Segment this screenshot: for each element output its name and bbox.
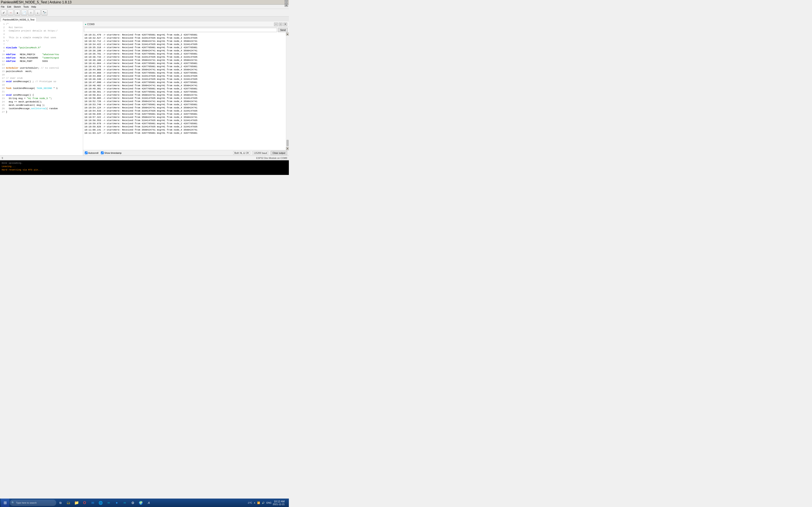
- scroll-down-arrow[interactable]: ▼: [286, 147, 289, 150]
- cursor-position: 9: [2, 157, 3, 159]
- serial-monitor-button[interactable]: 🔭: [42, 10, 47, 16]
- code-line: 3 Complete project details at https:/: [0, 29, 83, 33]
- serial-close-button[interactable]: ✕: [283, 22, 287, 26]
- serial-output-line: 10:10:46.340 -> startHere: Received from…: [84, 78, 285, 81]
- title-bar: PainlessMESH_NODE_5_Test | Arduino 1.8.1…: [0, 0, 289, 5]
- serial-bottom-bar: Autoscroll Show timestamp Both NL & CR 1…: [83, 150, 289, 156]
- menu-bar: File Edit Sketch Tools Help: [0, 5, 289, 9]
- menu-edit[interactable]: Edit: [7, 5, 11, 8]
- serial-output-line: 10:10:52.726 -> startHere: Received from…: [84, 100, 285, 103]
- serial-output-line: 10:10:59.678 -> startHere: Received from…: [84, 122, 285, 125]
- serial-output-line: 10:10:54.533 -> startHere: Received from…: [84, 109, 285, 113]
- serial-minimize-button[interactable]: ─: [274, 22, 278, 26]
- serial-output-line: 10:10:59.826 -> startHere: Received from…: [84, 125, 285, 128]
- serial-output-line: 10:10:43.276 -> startHere: Received from…: [84, 65, 285, 68]
- code-line: 10 #define MESH_PREFIX "whateverYou: [0, 53, 83, 56]
- file-tab[interactable]: PainlessMESH_NODE_5_Test: [1, 17, 36, 21]
- title-controls: ─ □ ✕: [285, 0, 288, 7]
- show-timestamp-checkbox[interactable]: [101, 152, 104, 154]
- maximize-button[interactable]: □: [285, 1, 288, 4]
- close-button[interactable]: ✕: [285, 4, 288, 7]
- serial-output-line: 10:10:48.482 -> startHere: Received from…: [84, 84, 285, 87]
- serial-output-line: 10:11:00.141 -> startHere: Received from…: [84, 128, 285, 131]
- serial-title-bar: ● COM9 ─ □ ✕: [83, 21, 289, 27]
- serial-title-controls: ─ □ ✕: [274, 22, 287, 26]
- clear-output-button[interactable]: Clear output: [271, 151, 287, 155]
- editor-panel: 1 /* 2 Rui Santos 3 Complete project det…: [0, 21, 83, 156]
- scroll-thumb[interactable]: [287, 140, 289, 146]
- new-button[interactable]: 📄: [21, 10, 27, 16]
- code-line: 1 /*: [0, 22, 83, 26]
- bottom-status-bar: 9 ESP32 Dev Module on COM9: [0, 156, 289, 160]
- serial-output-line: 10:10:31.479 -> startHere: Received from…: [84, 34, 285, 37]
- serial-output-line: 10:10:56.045 -> startHere: Received from…: [84, 113, 285, 116]
- title-text: PainlessMESH_NODE_5_Test | Arduino 1.8.1…: [1, 0, 71, 4]
- line-ending-display: Both NL & CR: [233, 151, 250, 155]
- serial-output-wrapper: 10:10:31.479 -> startHere: Received from…: [83, 33, 289, 150]
- code-area[interactable]: 1 /* 2 Rui Santos 3 Complete project det…: [0, 21, 83, 156]
- serial-output-line: 10:10:49.391 -> startHere: Received from…: [84, 87, 285, 91]
- scroll-up-arrow[interactable]: ▲: [286, 33, 289, 36]
- code-line: 17 // User stub: [0, 76, 83, 80]
- serial-output-line: 10:10:41.064 -> startHere: Received from…: [84, 62, 285, 65]
- console-line-3: Leaving...: [2, 165, 287, 168]
- arduino-ide: PainlessMESH_NODE_5_Test | Arduino 1.8.1…: [0, 0, 289, 175]
- code-line: 16: [0, 73, 83, 76]
- code-line: 24 msg += mesh.getNodeId();: [0, 100, 83, 104]
- toolbar: ✓ → ⬧ 📄 ↑ ↓ 🔭: [0, 9, 289, 16]
- debug-button[interactable]: ⬧: [14, 10, 20, 16]
- code-line: 12 #define MESH_PORT 5555: [0, 60, 83, 63]
- serial-output-line: 10:10:53.749 -> startHere: Received from…: [84, 103, 285, 106]
- serial-output-line: 10:10:44.868 -> startHere: Received from…: [84, 68, 285, 71]
- menu-file[interactable]: File: [1, 5, 5, 8]
- serial-output-line: 10:10:32.712 -> startHere: Received from…: [84, 40, 285, 43]
- tab-bar: PainlessMESH_NODE_5_Test: [0, 16, 289, 21]
- board-info: ESP32 Dev Module on COM9: [256, 157, 287, 159]
- code-line: 19: [0, 83, 83, 87]
- autoscroll-label: Autoscroll: [85, 152, 98, 154]
- serial-output-line: 10:10:34.422 -> startHere: Received from…: [84, 43, 285, 46]
- menu-help[interactable]: Help: [31, 5, 36, 8]
- serial-send-button[interactable]: Send: [278, 28, 288, 32]
- serial-output-line: 10:10:35.318 -> startHere: Received from…: [84, 46, 285, 49]
- code-line: 8 #include "painlessMesh.h": [0, 46, 83, 49]
- serial-scrollbar[interactable]: ▲ ▼: [286, 33, 289, 150]
- code-line: 14 Scheduler userScheduler; // to contro…: [0, 66, 83, 70]
- code-line: 27 }: [0, 110, 83, 114]
- open-button[interactable]: ↑: [28, 10, 34, 16]
- serial-output-line: 10:10:50.905 -> startHere: Received from…: [84, 97, 285, 100]
- code-line: 15 painlessMesh mesh;: [0, 70, 83, 73]
- serial-send-input[interactable]: [84, 28, 277, 32]
- serial-output-line: 10:10:50.561 -> startHere: Received from…: [84, 91, 285, 94]
- serial-maximize-button[interactable]: □: [279, 22, 283, 26]
- code-line: 2 Rui Santos: [0, 26, 83, 29]
- serial-output-line: 10:10:54.124 -> startHere: Received from…: [84, 106, 285, 109]
- code-line: 23 String msg = "Hi from node_5 ";: [0, 97, 83, 100]
- serial-output-line: 10:11:03.127 -> startHere: Received from…: [84, 131, 285, 135]
- serial-title: COM9: [87, 23, 95, 26]
- console-line-4: Hard resetting via RTS pin...: [2, 168, 287, 172]
- code-line: 25 mesh.sendBroadcast( msg );: [0, 104, 83, 107]
- serial-output-line: 10:10:36.791 -> startHere: Received from…: [84, 52, 285, 56]
- menu-sketch[interactable]: Sketch: [14, 5, 21, 8]
- menu-tools[interactable]: Tools: [23, 5, 29, 8]
- verify-button[interactable]: ✓: [1, 10, 7, 16]
- code-line: 4: [0, 33, 83, 36]
- upload-button[interactable]: →: [8, 10, 13, 16]
- code-line: 26 taskSendMessage.setInterval( random: [0, 107, 83, 110]
- serial-output-line: 10:10:50.811 -> startHere: Received from…: [84, 94, 285, 97]
- baud-display: 115200 baud: [252, 151, 268, 155]
- autoscroll-checkbox[interactable]: [85, 152, 88, 154]
- console-area: Done uploading. Leaving... Hard resettin…: [0, 160, 289, 175]
- serial-output-line: 10:10:44.868 -> startHere: Received from…: [84, 74, 285, 78]
- serial-output-line: 10:10:38.733 -> startHere: Received from…: [84, 56, 285, 59]
- save-button[interactable]: ↓: [35, 10, 41, 16]
- serial-output: 10:10:31.479 -> startHere: Received from…: [83, 33, 286, 150]
- code-line: 20 Task taskSendMessage( TASK_SECOND * 1: [0, 87, 83, 90]
- serial-panel-wrapper: ● COM9 ─ □ ✕ Send 10:10:31.479 -> startH…: [83, 21, 289, 156]
- serial-output-line: 10:10:40.188 -> startHere: Received from…: [84, 59, 285, 62]
- code-line: 7: [0, 43, 83, 46]
- show-timestamp-label: Show timestamp: [101, 152, 121, 154]
- serial-output-line: 10:10:57.322 -> startHere: Received from…: [84, 116, 285, 119]
- code-line: 18 void sendMessage() ; // Prototype so: [0, 80, 83, 83]
